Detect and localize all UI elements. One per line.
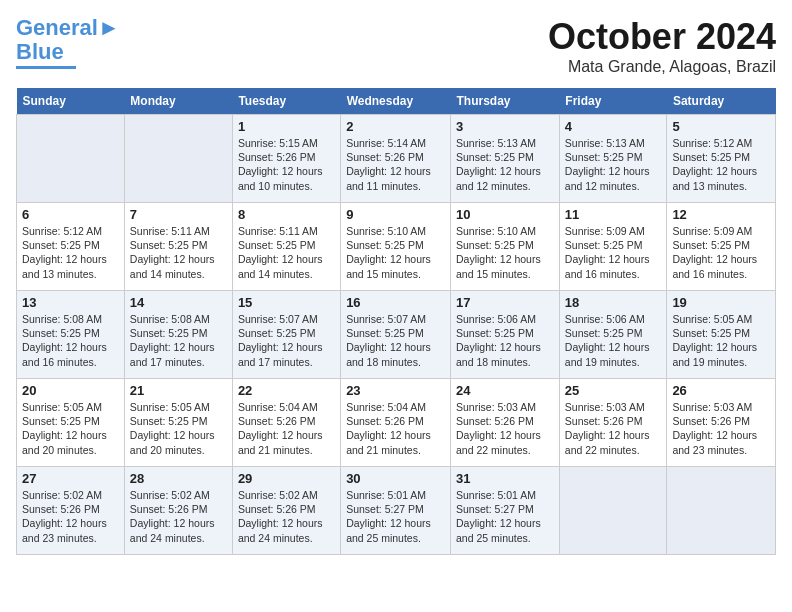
day-number: 19	[672, 295, 770, 310]
cell-details: Sunrise: 5:13 AMSunset: 5:25 PMDaylight:…	[456, 136, 554, 193]
cell-details: Sunrise: 5:07 AMSunset: 5:25 PMDaylight:…	[346, 312, 445, 369]
cell-details: Sunrise: 5:12 AMSunset: 5:25 PMDaylight:…	[22, 224, 119, 281]
weekday-header: Monday	[124, 88, 232, 115]
calendar-cell: 15Sunrise: 5:07 AMSunset: 5:25 PMDayligh…	[232, 291, 340, 379]
calendar-cell	[559, 467, 667, 555]
cell-details: Sunrise: 5:02 AMSunset: 5:26 PMDaylight:…	[238, 488, 335, 545]
cell-details: Sunrise: 5:06 AMSunset: 5:25 PMDaylight:…	[565, 312, 662, 369]
day-number: 10	[456, 207, 554, 222]
calendar-week-row: 1Sunrise: 5:15 AMSunset: 5:26 PMDaylight…	[17, 115, 776, 203]
weekday-header: Friday	[559, 88, 667, 115]
weekday-header: Sunday	[17, 88, 125, 115]
day-number: 5	[672, 119, 770, 134]
day-number: 20	[22, 383, 119, 398]
cell-details: Sunrise: 5:03 AMSunset: 5:26 PMDaylight:…	[672, 400, 770, 457]
calendar-cell: 16Sunrise: 5:07 AMSunset: 5:25 PMDayligh…	[341, 291, 451, 379]
cell-details: Sunrise: 5:06 AMSunset: 5:25 PMDaylight:…	[456, 312, 554, 369]
cell-details: Sunrise: 5:11 AMSunset: 5:25 PMDaylight:…	[238, 224, 335, 281]
calendar-cell: 6Sunrise: 5:12 AMSunset: 5:25 PMDaylight…	[17, 203, 125, 291]
day-number: 11	[565, 207, 662, 222]
cell-details: Sunrise: 5:02 AMSunset: 5:26 PMDaylight:…	[130, 488, 227, 545]
logo: General► Blue	[16, 16, 120, 69]
calendar-week-row: 27Sunrise: 5:02 AMSunset: 5:26 PMDayligh…	[17, 467, 776, 555]
cell-details: Sunrise: 5:04 AMSunset: 5:26 PMDaylight:…	[238, 400, 335, 457]
calendar-cell: 9Sunrise: 5:10 AMSunset: 5:25 PMDaylight…	[341, 203, 451, 291]
calendar: SundayMondayTuesdayWednesdayThursdayFrid…	[16, 88, 776, 555]
month-title: October 2024	[548, 16, 776, 58]
calendar-cell: 7Sunrise: 5:11 AMSunset: 5:25 PMDaylight…	[124, 203, 232, 291]
day-number: 27	[22, 471, 119, 486]
cell-details: Sunrise: 5:05 AMSunset: 5:25 PMDaylight:…	[22, 400, 119, 457]
day-number: 21	[130, 383, 227, 398]
day-number: 26	[672, 383, 770, 398]
cell-details: Sunrise: 5:12 AMSunset: 5:25 PMDaylight:…	[672, 136, 770, 193]
cell-details: Sunrise: 5:04 AMSunset: 5:26 PMDaylight:…	[346, 400, 445, 457]
calendar-cell	[667, 467, 776, 555]
cell-details: Sunrise: 5:09 AMSunset: 5:25 PMDaylight:…	[565, 224, 662, 281]
calendar-cell: 10Sunrise: 5:10 AMSunset: 5:25 PMDayligh…	[451, 203, 560, 291]
day-number: 1	[238, 119, 335, 134]
calendar-cell: 22Sunrise: 5:04 AMSunset: 5:26 PMDayligh…	[232, 379, 340, 467]
calendar-cell: 25Sunrise: 5:03 AMSunset: 5:26 PMDayligh…	[559, 379, 667, 467]
day-number: 15	[238, 295, 335, 310]
cell-details: Sunrise: 5:14 AMSunset: 5:26 PMDaylight:…	[346, 136, 445, 193]
day-number: 25	[565, 383, 662, 398]
calendar-cell: 28Sunrise: 5:02 AMSunset: 5:26 PMDayligh…	[124, 467, 232, 555]
calendar-cell: 8Sunrise: 5:11 AMSunset: 5:25 PMDaylight…	[232, 203, 340, 291]
cell-details: Sunrise: 5:15 AMSunset: 5:26 PMDaylight:…	[238, 136, 335, 193]
day-number: 31	[456, 471, 554, 486]
day-number: 23	[346, 383, 445, 398]
calendar-cell: 24Sunrise: 5:03 AMSunset: 5:26 PMDayligh…	[451, 379, 560, 467]
cell-details: Sunrise: 5:07 AMSunset: 5:25 PMDaylight:…	[238, 312, 335, 369]
cell-details: Sunrise: 5:08 AMSunset: 5:25 PMDaylight:…	[130, 312, 227, 369]
logo-text: General► Blue	[16, 16, 120, 64]
calendar-week-row: 6Sunrise: 5:12 AMSunset: 5:25 PMDaylight…	[17, 203, 776, 291]
cell-details: Sunrise: 5:03 AMSunset: 5:26 PMDaylight:…	[565, 400, 662, 457]
logo-general: General	[16, 15, 98, 40]
day-number: 16	[346, 295, 445, 310]
day-number: 14	[130, 295, 227, 310]
cell-details: Sunrise: 5:02 AMSunset: 5:26 PMDaylight:…	[22, 488, 119, 545]
calendar-week-row: 13Sunrise: 5:08 AMSunset: 5:25 PMDayligh…	[17, 291, 776, 379]
calendar-cell: 18Sunrise: 5:06 AMSunset: 5:25 PMDayligh…	[559, 291, 667, 379]
weekday-header: Wednesday	[341, 88, 451, 115]
logo-blue-text: Blue	[16, 39, 64, 64]
logo-underline	[16, 66, 76, 69]
calendar-cell: 4Sunrise: 5:13 AMSunset: 5:25 PMDaylight…	[559, 115, 667, 203]
day-number: 4	[565, 119, 662, 134]
calendar-cell: 21Sunrise: 5:05 AMSunset: 5:25 PMDayligh…	[124, 379, 232, 467]
day-number: 22	[238, 383, 335, 398]
day-number: 24	[456, 383, 554, 398]
calendar-header-row: SundayMondayTuesdayWednesdayThursdayFrid…	[17, 88, 776, 115]
logo-blue: ►	[98, 15, 120, 40]
cell-details: Sunrise: 5:10 AMSunset: 5:25 PMDaylight:…	[456, 224, 554, 281]
page-header: General► Blue October 2024 Mata Grande, …	[16, 16, 776, 76]
cell-details: Sunrise: 5:10 AMSunset: 5:25 PMDaylight:…	[346, 224, 445, 281]
calendar-cell: 20Sunrise: 5:05 AMSunset: 5:25 PMDayligh…	[17, 379, 125, 467]
calendar-cell: 23Sunrise: 5:04 AMSunset: 5:26 PMDayligh…	[341, 379, 451, 467]
cell-details: Sunrise: 5:09 AMSunset: 5:25 PMDaylight:…	[672, 224, 770, 281]
calendar-cell	[124, 115, 232, 203]
calendar-cell: 12Sunrise: 5:09 AMSunset: 5:25 PMDayligh…	[667, 203, 776, 291]
cell-details: Sunrise: 5:01 AMSunset: 5:27 PMDaylight:…	[346, 488, 445, 545]
cell-details: Sunrise: 5:03 AMSunset: 5:26 PMDaylight:…	[456, 400, 554, 457]
cell-details: Sunrise: 5:05 AMSunset: 5:25 PMDaylight:…	[130, 400, 227, 457]
weekday-header: Saturday	[667, 88, 776, 115]
weekday-header: Thursday	[451, 88, 560, 115]
day-number: 6	[22, 207, 119, 222]
day-number: 28	[130, 471, 227, 486]
calendar-cell: 27Sunrise: 5:02 AMSunset: 5:26 PMDayligh…	[17, 467, 125, 555]
day-number: 8	[238, 207, 335, 222]
cell-details: Sunrise: 5:08 AMSunset: 5:25 PMDaylight:…	[22, 312, 119, 369]
day-number: 12	[672, 207, 770, 222]
day-number: 9	[346, 207, 445, 222]
day-number: 13	[22, 295, 119, 310]
calendar-cell	[17, 115, 125, 203]
title-block: October 2024 Mata Grande, Alagoas, Brazi…	[548, 16, 776, 76]
calendar-cell: 26Sunrise: 5:03 AMSunset: 5:26 PMDayligh…	[667, 379, 776, 467]
calendar-cell: 1Sunrise: 5:15 AMSunset: 5:26 PMDaylight…	[232, 115, 340, 203]
calendar-cell: 29Sunrise: 5:02 AMSunset: 5:26 PMDayligh…	[232, 467, 340, 555]
calendar-cell: 31Sunrise: 5:01 AMSunset: 5:27 PMDayligh…	[451, 467, 560, 555]
location-title: Mata Grande, Alagoas, Brazil	[548, 58, 776, 76]
day-number: 30	[346, 471, 445, 486]
